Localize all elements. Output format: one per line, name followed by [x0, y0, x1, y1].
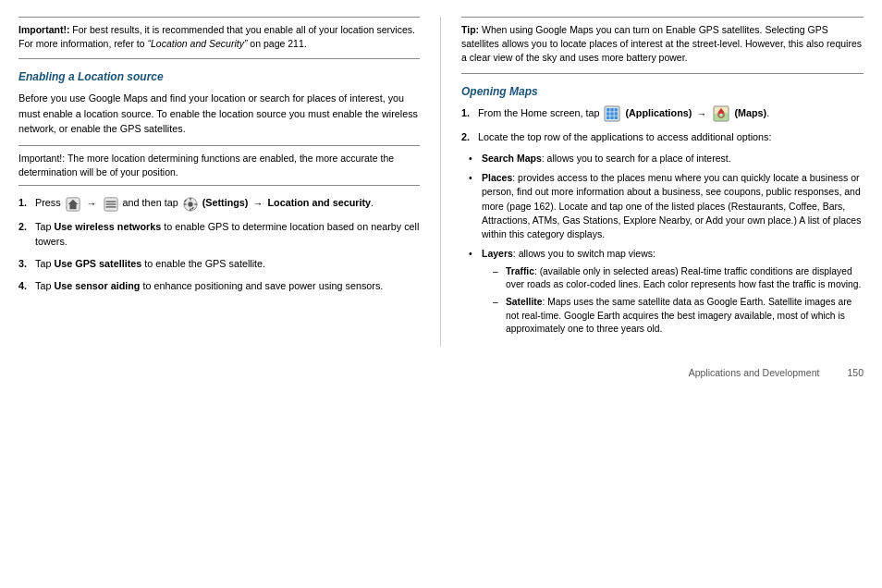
om-step-2: 2. Locate the top row of the application… — [461, 129, 864, 144]
applications-label: (Applications) — [625, 107, 692, 118]
bullet-places-content: Places: provides access to the places me… — [482, 171, 864, 241]
svg-rect-23 — [615, 116, 619, 119]
om-step-1: 1. From the Home screen, tap — [461, 105, 864, 122]
step-1: 1. Press → — [18, 195, 420, 211]
important-box-top: Important!: For best results, it is reco… — [18, 17, 420, 59]
apps-grid-icon — [604, 105, 620, 122]
svg-rect-8 — [190, 197, 190, 200]
step-3-content: Tap Use GPS satellites to enable the GPS… — [35, 256, 420, 271]
bullet-places: • Places: provides access to the places … — [469, 171, 864, 241]
svg-point-7 — [188, 202, 192, 206]
om-step-1-content: From the Home screen, tap — [478, 105, 864, 122]
step-1-num: 1. — [18, 195, 35, 211]
arrow-2: → — [252, 196, 263, 212]
settings-label: (Settings) — [202, 197, 249, 208]
bullet-layers: • Layers: allows you to switch map views… — [469, 247, 864, 340]
step-4: 4. Tap Use sensor aiding to enhance posi… — [18, 278, 420, 293]
traffic-label: Traffic — [506, 266, 534, 276]
important-label-top: Important!: — [18, 24, 69, 35]
sub-traffic-content: Traffic: (available only in selected are… — [506, 265, 864, 292]
om-step-1-num: 1. — [461, 105, 478, 122]
search-maps-text: : allows you to search for a place of in… — [542, 153, 731, 164]
maps-app-icon — [713, 105, 729, 122]
om-arrow: → — [696, 106, 706, 122]
satellite-label: Satellite — [506, 297, 543, 307]
important-note-mid: Important!: The more location determinin… — [18, 145, 420, 186]
svg-rect-9 — [190, 208, 190, 211]
bullet-dot-3: • — [469, 247, 482, 340]
bullet-search-maps: • Search Maps: allows you to search for … — [469, 152, 864, 165]
svg-rect-19 — [611, 112, 615, 116]
enabling-location-title: Enabling a Location source — [18, 70, 420, 83]
layers-label: Layers — [482, 248, 513, 259]
svg-rect-21 — [606, 116, 610, 119]
places-text: : provides access to the places menu whe… — [482, 172, 861, 239]
footer-page-num: 150 — [847, 367, 864, 378]
svg-rect-10 — [184, 203, 187, 204]
right-column: Tip: When using Google Maps you can turn… — [441, 17, 864, 347]
om-step-2-num: 2. — [461, 129, 478, 144]
tip-label: Tip: — [461, 24, 479, 35]
location-security-label: Location and security — [267, 197, 371, 208]
step-4-content: Tap Use sensor aiding to enhance positio… — [35, 278, 420, 293]
important-note-text: The more location determining functions … — [18, 153, 394, 178]
important-link-suffix: on page 211. — [247, 38, 306, 49]
sub-bullet-satellite: – Satellite: Maps uses the same satellit… — [493, 296, 864, 336]
traffic-text: : (available only in selected areas) Rea… — [506, 266, 861, 289]
sub-satellite-content: Satellite: Maps uses the same satellite … — [506, 296, 864, 336]
svg-rect-3 — [105, 201, 116, 202]
sub-bullet-traffic: – Traffic: (available only in selected a… — [493, 265, 864, 292]
step-2: 2. Tap Use wireless networks to enable G… — [18, 219, 420, 249]
svg-rect-11 — [194, 203, 197, 204]
important-link: “Location and Security” — [147, 38, 247, 49]
opening-maps-steps: 1. From the Home screen, tap — [461, 105, 864, 144]
use-gps-label: Use GPS satellites — [54, 258, 141, 269]
om-step-2-content: Locate the top row of the applications t… — [478, 129, 864, 144]
steps-list: 1. Press → — [18, 195, 420, 293]
svg-rect-5 — [105, 206, 116, 207]
svg-rect-22 — [611, 116, 615, 119]
step-1-content: Press → — [35, 195, 420, 211]
bullet-dot-1: • — [469, 152, 482, 165]
step-2-content: Tap Use wireless networks to enable GPS … — [35, 219, 420, 249]
sub-dash-2: – — [493, 296, 506, 336]
home-icon — [66, 197, 80, 212]
step-3-num: 3. — [18, 256, 35, 271]
tip-box-right: Tip: When using Google Maps you can turn… — [461, 17, 864, 74]
tip-text: When using Google Maps you can turn on E… — [461, 24, 862, 63]
svg-rect-20 — [615, 112, 619, 116]
step-4-num: 4. — [18, 278, 35, 293]
use-wireless-label: Use wireless networks — [54, 221, 161, 232]
search-maps-label: Search Maps — [482, 153, 542, 164]
use-sensor-label: Use sensor aiding — [54, 280, 140, 291]
sub-bullet-list: – Traffic: (available only in selected a… — [493, 265, 864, 337]
intro-text: Before you use Google Maps and find your… — [18, 91, 420, 136]
places-label: Places — [482, 172, 512, 183]
step-3: 3. Tap Use GPS satellites to enable the … — [18, 256, 420, 271]
svg-rect-17 — [615, 108, 619, 112]
left-column: Important!: For best results, it is reco… — [18, 17, 441, 347]
page-footer: Applications and Development 150 — [0, 363, 882, 386]
menu-icon — [104, 197, 118, 212]
svg-rect-18 — [606, 112, 610, 116]
step-2-num: 2. — [18, 219, 35, 249]
om-step-2-text: Locate the top row of the applications t… — [478, 131, 772, 142]
step-4-text: to enhance positioning and save power us… — [140, 280, 383, 291]
options-bullet-list: • Search Maps: allows you to search for … — [469, 152, 864, 341]
satellite-text: : Maps uses the same satellite data as G… — [506, 297, 851, 334]
svg-rect-15 — [606, 108, 610, 112]
layers-text: : allows you to switch map views: — [513, 248, 655, 259]
opening-maps-title: Opening Maps — [461, 85, 864, 98]
svg-rect-4 — [105, 203, 116, 204]
step-3-text: to enable the GPS satellite. — [141, 258, 265, 269]
important-label-mid: Important!: — [18, 153, 65, 164]
footer-text: Applications and Development — [689, 367, 820, 378]
settings-icon — [183, 197, 198, 212]
maps-label: (Maps) — [734, 107, 766, 118]
arrow-1: → — [87, 196, 97, 212]
bullet-dot-2: • — [469, 171, 482, 241]
sub-dash-1: – — [493, 265, 506, 292]
svg-rect-16 — [611, 108, 615, 112]
bullet-layers-content: Layers: allows you to switch map views: … — [482, 247, 864, 340]
bullet-search-maps-content: Search Maps: allows you to search for a … — [482, 152, 864, 165]
